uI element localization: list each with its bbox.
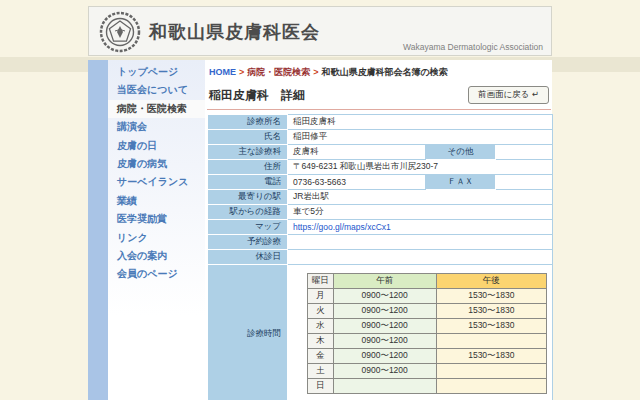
detail-label: 診療所名 [208,115,288,130]
sidebar-item-surveillance[interactable]: サーベイランス [108,173,205,191]
detail-value-map: https://goo.gl/maps/xcCx1 [288,220,553,235]
schedule-header-row: 曜日 午前 午後 [308,274,547,289]
table-row: 住所 〒649-6231 和歌山県岩出市川尻230-7 [208,160,553,175]
detail-label-other: その他 [426,145,496,160]
schedule-day: 木 [308,334,334,349]
detail-label: 氏名 [208,130,288,145]
detail-label: 診療時間 [208,265,288,400]
detail-value-fax [496,175,553,190]
table-row: 氏名 稲田修平 [208,130,553,145]
schedule-day: 月 [308,289,334,304]
detail-label: 予約診療 [208,235,288,250]
schedule-am: 0900〜1200 [333,334,436,349]
detail-value-hours: 曜日 午前 午後 月 0900〜1200 1530〜1830 火 0900〜12… [288,265,553,400]
schedule-am: 0900〜1200 [333,364,436,379]
sidebar-item-membership[interactable]: 入会の案内 [108,247,205,265]
site-subtitle: Wakayama Dermatologic Association [403,42,543,52]
schedule-row-mon: 月 0900〜1200 1530〜1830 [308,289,547,304]
schedule-day: 金 [308,349,334,364]
schedule-pm [436,379,546,394]
schedule-day: 日 [308,379,334,394]
detail-value-appointment [288,235,553,250]
sidebar-item-about[interactable]: 当医会について [108,81,205,99]
breadcrumb-search-link[interactable]: 病院・医院検索 [247,67,310,77]
schedule-am: 0900〜1200 [333,349,436,364]
schedule-day: 水 [308,319,334,334]
schedule-row-wed: 水 0900〜1200 1530〜1830 [308,319,547,334]
table-row: マップ https://goo.gl/maps/xcCx1 [208,220,553,235]
back-button[interactable]: 前画面に戻る ↵ [468,86,549,104]
title-row: 稲田皮膚科 詳細 前画面に戻る ↵ [207,86,551,110]
schedule-am: 0900〜1200 [333,319,436,334]
detail-label: マップ [208,220,288,235]
detail-value-other-department [496,145,553,160]
schedule-row-sat: 土 0900〜1200 [308,364,547,379]
schedule-row-thu: 木 0900〜1200 [308,334,547,349]
table-row: 予約診療 [208,235,553,250]
breadcrumb-current: 和歌山県皮膚科部会名簿の検索 [322,67,448,77]
table-row: 駅からの経路 車で5分 [208,205,553,220]
schedule-header-day: 曜日 [308,274,334,289]
detail-value-address: 〒649-6231 和歌山県岩出市川尻230-7 [288,160,553,175]
table-row: 休診日 [208,250,553,265]
detail-label: 電話 [208,175,288,190]
schedule-pm [436,334,546,349]
schedule-pm [436,364,546,379]
table-row: 診療時間 曜日 午前 午後 月 0900〜1200 1530〜1830 火 [208,265,553,400]
schedule-day: 土 [308,364,334,379]
schedule-header-am: 午前 [333,274,436,289]
schedule-am: 0900〜1200 [333,289,436,304]
page-title: 稲田皮膚科 詳細 [209,87,305,104]
detail-label: 駅からの経路 [208,205,288,220]
detail-label: 休診日 [208,250,288,265]
detail-label: 住所 [208,160,288,175]
association-seal-icon [99,11,141,53]
sidebar-nav: トップページ 当医会について 病院・医院検索 講演会 皮膚の日 皮膚の病気 サー… [108,60,205,400]
schedule-pm: 1530〜1830 [436,304,546,319]
schedule-row-tue: 火 0900〜1200 1530〜1830 [308,304,547,319]
breadcrumb: HOME>病院・医院検索>和歌山県皮膚科部会名簿の検索 [207,64,551,79]
detail-value-closed-days [288,250,553,265]
table-row: 診療所名 稲田皮膚科 [208,115,553,130]
sidebar-item-links[interactable]: リンク [108,229,205,247]
schedule-header-pm: 午後 [436,274,546,289]
map-link[interactable]: https://goo.gl/maps/xcCx1 [293,222,391,232]
breadcrumb-home-link[interactable]: HOME [209,67,236,77]
schedule-am [333,379,436,394]
sidebar-item-skin-day[interactable]: 皮膚の日 [108,137,205,155]
detail-value-department: 皮膚科 [288,145,426,160]
sidebar-item-achievements[interactable]: 業績 [108,192,205,210]
sidebar-item-top-page[interactable]: トップページ [108,63,205,81]
detail-label: 最寄りの駅 [208,190,288,205]
detail-label: 主な診療科 [208,145,288,160]
main-content: HOME>病院・医院検索>和歌山県皮膚科部会名簿の検索 稲田皮膚科 詳細 前画面… [205,60,552,400]
site-header: 和歌山県皮膚科医会 Wakayama Dermatologic Associat… [88,6,552,56]
detail-value-doctor-name: 稲田修平 [288,130,553,145]
detail-value-clinic-name: 稲田皮膚科 [288,115,553,130]
schedule-pm: 1530〜1830 [436,349,546,364]
sidebar-item-medical-award[interactable]: 医学奨励賞 [108,210,205,228]
schedule-row-fri: 金 0900〜1200 1530〜1830 [308,349,547,364]
sidebar-item-members-page[interactable]: 会員のページ [108,265,205,283]
table-row: 主な診療科 皮膚科 その他 [208,145,553,160]
schedule-day: 火 [308,304,334,319]
site-title: 和歌山県皮膚科医会 [149,20,320,44]
sidebar-item-skin-diseases[interactable]: 皮膚の病気 [108,155,205,173]
sidebar-item-lectures[interactable]: 講演会 [108,118,205,136]
schedule-row-sun: 日 [308,379,547,394]
sidebar-accent-strip [88,60,108,400]
schedule-table: 曜日 午前 午後 月 0900〜1200 1530〜1830 火 0900〜12… [307,273,547,394]
schedule-pm: 1530〜1830 [436,289,546,304]
schedule-pm: 1530〜1830 [436,319,546,334]
detail-label-fax: ＦＡＸ [426,175,496,190]
detail-value-phone: 0736-63-5663 [288,175,426,190]
schedule-am: 0900〜1200 [333,304,436,319]
clinic-details-table: 診療所名 稲田皮膚科 氏名 稲田修平 主な診療科 皮膚科 その他 住所 〒649… [207,114,553,400]
table-row: 電話 0736-63-5663 ＦＡＸ [208,175,553,190]
detail-value-route: 車で5分 [288,205,553,220]
detail-value-nearest-station: JR岩出駅 [288,190,553,205]
table-row: 最寄りの駅 JR岩出駅 [208,190,553,205]
breadcrumb-separator: > [236,67,247,77]
breadcrumb-separator: > [310,67,321,77]
sidebar-item-hospital-search[interactable]: 病院・医院検索 [108,100,205,118]
